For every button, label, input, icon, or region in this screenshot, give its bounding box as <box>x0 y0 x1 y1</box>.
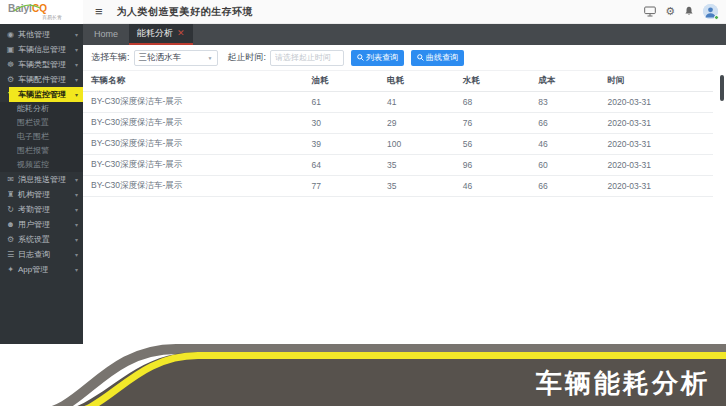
institution-icon: ♜ <box>5 190 16 199</box>
cell-vehicle-name: BY-C30深度保洁车-展示 <box>83 92 304 113</box>
chevron-down-icon: ▾ <box>75 236 78 243</box>
cell-cost: 66 <box>530 176 599 197</box>
list-icon: ☰ <box>5 250 16 259</box>
table-row[interactable]: BY-C30深度保洁车-展示 30 29 76 66 2020-03-31 <box>83 113 713 134</box>
vehicle-monitor-icon: Y <box>5 90 16 99</box>
sidebar-item-app-mgmt[interactable]: ✦ App管理 ▾ <box>0 262 83 277</box>
sidebar-item-organization[interactable]: ♜ 机构管理 ▾ <box>0 187 83 202</box>
clock-rotate-icon: ↻ <box>5 205 16 214</box>
cell-vehicle-name: BY-C30深度保洁车-展示 <box>83 176 304 197</box>
search-icon <box>357 54 364 61</box>
tab-home[interactable]: Home <box>83 24 129 45</box>
vehicle-type-icon: ☸ <box>5 60 16 69</box>
sidebar-item-vehicle-info[interactable]: ▣ 车辆信息管理 ▾ <box>0 42 83 57</box>
cell-electricity: 29 <box>379 113 455 134</box>
sidebar-item-vehicle-type[interactable]: ☸ 车辆类型管理 ▾ <box>0 57 83 72</box>
filter-bar: 选择车辆: 三轮洒水车 ▼ 起止时间: 列表查询 曲线查询 <box>83 45 726 70</box>
cell-fuel: 77 <box>304 176 380 197</box>
chevron-down-icon: ▾ <box>75 46 78 53</box>
time-range-input[interactable] <box>270 50 344 66</box>
hamburger-icon[interactable]: ≡ <box>95 0 103 24</box>
fullscreen-monitor-icon[interactable] <box>644 6 656 17</box>
curve-query-button[interactable]: 曲线查询 <box>411 50 464 66</box>
cell-cost: 60 <box>530 155 599 176</box>
vehicle-select-label: 选择车辆: <box>91 51 130 64</box>
cell-time: 2020-03-31 <box>600 134 713 155</box>
vehicle-parts-gear-icon: ⚙ <box>5 75 16 84</box>
chevron-down-icon: ▾ <box>75 206 78 213</box>
sidebar-item-attendance[interactable]: ↻ 考勤管理 ▾ <box>0 202 83 217</box>
vehicle-info-icon: ▣ <box>5 45 16 54</box>
sidebar-item-logs[interactable]: ☰ 日志查询 ▾ <box>0 247 83 262</box>
cell-water: 46 <box>455 176 531 197</box>
app-logo: BaiyiCQ 百易长青 <box>0 0 83 24</box>
vehicle-select[interactable]: 三轮洒水车 ▼ <box>134 50 218 66</box>
cell-water: 96 <box>455 155 531 176</box>
sidebar-subitem-electronic-fence[interactable]: 电子围栏 <box>0 130 83 144</box>
col-water: 水耗 <box>455 71 531 92</box>
close-tab-icon[interactable]: ✕ <box>177 24 185 43</box>
chevron-down-icon: ▾ <box>75 31 78 38</box>
tab-energy-analysis[interactable]: 能耗分析 ✕ <box>129 24 193 45</box>
tab-label: 能耗分析 <box>137 24 173 43</box>
banner-title: 车辆能耗分析 <box>536 366 710 401</box>
envelope-icon: ✉ <box>5 175 16 184</box>
table-row[interactable]: BY-C30深度保洁车-展示 64 35 96 60 2020-03-31 <box>83 155 713 176</box>
sidebar-item-label: 车辆监控管理 <box>18 89 66 100</box>
sidebar-submenu: 能耗分析 围栏设置 电子围栏 围栏报警 视频监控 <box>0 102 83 172</box>
scrollbar-thumb[interactable] <box>720 75 724 101</box>
cell-vehicle-name: BY-C30深度保洁车-展示 <box>83 155 304 176</box>
sidebar-subitem-energy-analysis[interactable]: 能耗分析 <box>0 102 83 116</box>
settings-gear-icon[interactable]: ⚙ <box>665 6 675 17</box>
sidebar-item-label: App管理 <box>18 264 48 275</box>
sidebar-item-misc-mgmt[interactable]: ◉ 其他管理 ▾ <box>0 27 83 42</box>
table-header-row: 车辆名称 油耗 电耗 水耗 成本 时间 <box>83 71 713 92</box>
chevron-down-icon: ▾ <box>75 251 78 258</box>
cell-time: 2020-03-31 <box>600 155 713 176</box>
chevron-down-icon: ▾ <box>75 266 78 273</box>
cell-vehicle-name: BY-C30深度保洁车-展示 <box>83 134 304 155</box>
sidebar-item-label: 其他管理 <box>18 29 50 40</box>
cell-fuel: 39 <box>304 134 380 155</box>
cogs-icon: ⚙ <box>5 235 16 244</box>
header-actions: ⚙ <box>644 4 726 19</box>
cell-fuel: 64 <box>304 155 380 176</box>
curve-query-label: 曲线查询 <box>426 52 458 63</box>
cell-cost: 66 <box>530 113 599 134</box>
sidebar-item-label: 车辆类型管理 <box>18 59 66 70</box>
chevron-down-icon: ▾ <box>75 191 78 198</box>
sidebar-item-vehicle-monitor[interactable]: Y 车辆监控管理 ▾ <box>0 87 83 102</box>
cell-vehicle-name: BY-C30深度保洁车-展示 <box>83 113 304 134</box>
cell-fuel: 30 <box>304 113 380 134</box>
table-row[interactable]: BY-C30深度保洁车-展示 77 35 46 66 2020-03-31 <box>83 176 713 197</box>
cell-fuel: 61 <box>304 92 380 113</box>
cell-water: 68 <box>455 92 531 113</box>
sidebar-subitem-fence-alarm[interactable]: 围栏报警 <box>0 144 83 158</box>
table-row[interactable]: BY-C30深度保洁车-展示 39 100 56 46 2020-03-31 <box>83 134 713 155</box>
sidebar-item-message-push[interactable]: ✉ 消息推送管理 ▾ <box>0 172 83 187</box>
col-vehicle-name: 车辆名称 <box>83 71 304 92</box>
col-time: 时间 <box>600 71 713 92</box>
sidebar-item-users[interactable]: ☻ 用户管理 ▾ <box>0 217 83 232</box>
energy-table: 车辆名称 油耗 电耗 水耗 成本 时间 BY-C30深度保洁车-展示 61 41… <box>83 70 713 197</box>
cell-electricity: 35 <box>379 155 455 176</box>
chevron-down-icon: ▾ <box>75 176 78 183</box>
cell-time: 2020-03-31 <box>600 176 713 197</box>
sidebar-item-label: 消息推送管理 <box>18 174 66 185</box>
cell-time: 2020-03-31 <box>600 113 713 134</box>
time-range-label: 起止时间: <box>228 51 267 64</box>
sidebar-item-vehicle-parts[interactable]: ⚙ 车辆配件管理 ▾ <box>0 72 83 87</box>
cell-water: 56 <box>455 134 531 155</box>
sidebar-item-system-settings[interactable]: ⚙ 系统设置 ▾ <box>0 232 83 247</box>
select-caret-icon: ▼ <box>208 55 213 61</box>
sidebar-subitem-fence-settings[interactable]: 围栏设置 <box>0 116 83 130</box>
user-avatar[interactable] <box>703 4 718 19</box>
chevron-down-icon: ▾ <box>75 76 78 83</box>
chevron-down-icon: ▾ <box>75 91 78 98</box>
notifications-bell-icon[interactable] <box>684 6 694 17</box>
list-query-button[interactable]: 列表查询 <box>351 50 404 66</box>
sidebar-item-label: 考勤管理 <box>18 204 50 215</box>
table-row[interactable]: BY-C30深度保洁车-展示 61 41 68 83 2020-03-31 <box>83 92 713 113</box>
cell-time: 2020-03-31 <box>600 92 713 113</box>
sidebar-subitem-video-monitor[interactable]: 视频监控 <box>0 158 83 172</box>
